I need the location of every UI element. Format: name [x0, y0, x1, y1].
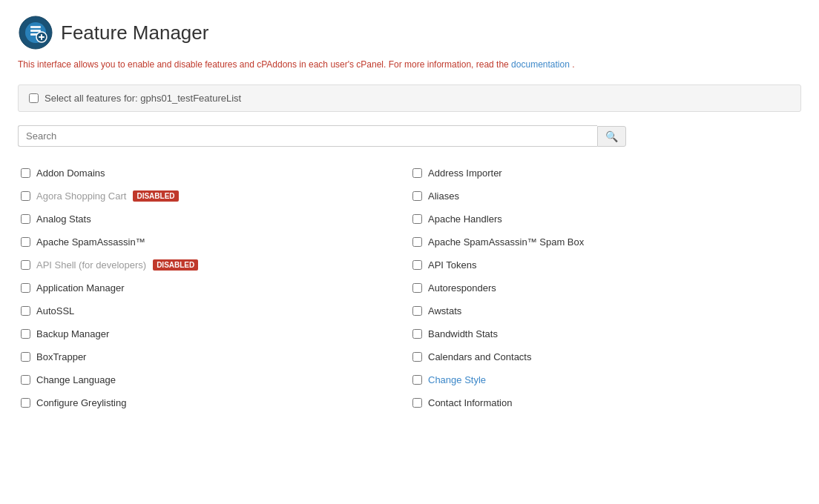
feature-label-change-style[interactable]: Change Style [428, 374, 486, 385]
feature-checkbox-autoresponders[interactable] [412, 283, 422, 293]
page-header: Feature Manager [18, 15, 801, 50]
documentation-link[interactable]: documentation [511, 59, 570, 70]
feature-item-right: Apache Handlers [410, 208, 801, 231]
feature-item: Configure Greylisting [18, 391, 410, 414]
feature-label-autossl: AutoSSL [36, 305, 74, 316]
feature-label-agora-shopping-cart: Agora Shopping Cart [36, 190, 126, 202]
feature-checkbox-awstats[interactable] [412, 306, 422, 316]
search-button[interactable]: 🔍 [597, 126, 626, 147]
feature-label-aliases: Aliases [428, 190, 459, 202]
feature-checkbox-apache-spamassassin[interactable] [21, 237, 30, 247]
feature-label-apache-spamassassin: Apache SpamAssassin™ [36, 236, 145, 248]
feature-label-awstats: Awstats [428, 305, 461, 316]
feature-checkbox-change-language[interactable] [21, 375, 30, 385]
feature-label-contact-information: Contact Information [428, 397, 512, 408]
feature-checkbox-api-shell[interactable] [21, 260, 30, 270]
feature-checkbox-analog-stats[interactable] [21, 214, 30, 224]
feature-label-calendars-and-contacts: Calendars and Contacts [428, 351, 531, 362]
feature-item-right: Contact Information [410, 391, 801, 414]
feature-checkbox-api-tokens[interactable] [412, 260, 422, 270]
feature-label-bandwidth-stats: Bandwidth Stats [428, 328, 498, 339]
feature-checkbox-apache-handlers[interactable] [412, 214, 422, 224]
feature-checkbox-agora-shopping-cart[interactable] [21, 191, 30, 201]
feature-item: Analog Stats [18, 208, 410, 231]
feature-checkbox-backup-manager[interactable] [21, 329, 30, 339]
feature-item: AutoSSL [18, 299, 410, 322]
feature-checkbox-bandwidth-stats[interactable] [412, 329, 422, 339]
feature-item: API Shell (for developers)Disabled [18, 253, 410, 276]
svg-rect-3 [30, 30, 41, 32]
select-all-checkbox[interactable] [29, 93, 39, 103]
feature-label-backup-manager: Backup Manager [36, 328, 109, 339]
feature-checkbox-contact-information[interactable] [412, 398, 422, 408]
feature-item: Change Language [18, 368, 410, 391]
feature-item: Backup Manager [18, 322, 410, 345]
page-title: Feature Manager [61, 21, 208, 44]
feature-checkbox-autossl[interactable] [21, 306, 30, 316]
feature-checkbox-configure-greylisting[interactable] [21, 398, 30, 408]
feature-checkbox-aliases[interactable] [412, 191, 422, 201]
feature-item-right: Awstats [410, 299, 801, 322]
feature-label-application-manager: Application Manager [36, 282, 125, 294]
feature-label-api-tokens: API Tokens [428, 259, 477, 271]
feature-item-right: API Tokens [410, 253, 801, 276]
feature-label-address-importer: Address Importer [428, 168, 502, 179]
feature-item-right: Apache SpamAssassin™ Spam Box [410, 231, 801, 253]
feature-label-autoresponders: Autoresponders [428, 282, 496, 294]
feature-label-apache-handlers: Apache Handlers [428, 213, 502, 225]
feature-checkbox-application-manager[interactable] [21, 283, 30, 293]
feature-label-change-language: Change Language [36, 374, 116, 385]
feature-checkbox-addon-domains[interactable] [21, 168, 30, 178]
feature-label-api-shell: API Shell (for developers) [36, 259, 146, 271]
feature-label-apache-spamassassin-spam-box: Apache SpamAssassin™ Spam Box [428, 236, 584, 248]
feature-item: Agora Shopping CartDisabled [18, 185, 410, 208]
disabled-badge-api-shell: Disabled [153, 259, 198, 271]
search-bar: 🔍 [18, 125, 626, 147]
feature-item-right: Change Style [410, 368, 801, 391]
feature-label-configure-greylisting: Configure Greylisting [36, 397, 126, 408]
feature-item-right: Autoresponders [410, 276, 801, 299]
description-text-after: . [572, 59, 574, 70]
select-all-label[interactable]: Select all features for: gphs01_testFeat… [29, 93, 241, 104]
feature-item-right: Aliases [410, 185, 801, 208]
feature-item-right: Address Importer [410, 162, 801, 185]
feature-label-analog-stats: Analog Stats [36, 213, 91, 225]
feature-item: Application Manager [18, 276, 410, 299]
feature-item-right: Bandwidth Stats [410, 322, 801, 345]
description: This interface allows you to enable and … [18, 58, 801, 71]
feature-manager-icon [18, 15, 53, 50]
select-all-bar: Select all features for: gphs01_testFeat… [18, 84, 801, 112]
feature-checkbox-apache-spamassassin-spam-box[interactable] [412, 237, 422, 247]
feature-item-right: Calendars and Contacts [410, 345, 801, 368]
feature-item: BoxTrapper [18, 345, 410, 368]
search-input[interactable] [18, 125, 597, 147]
feature-item: Apache SpamAssassin™ [18, 231, 410, 253]
features-grid: Addon DomainsAddress ImporterAgora Shopp… [18, 162, 801, 414]
feature-checkbox-boxtrapper[interactable] [21, 352, 30, 362]
svg-rect-7 [39, 36, 45, 38]
feature-item: Addon Domains [18, 162, 410, 185]
feature-checkbox-change-style[interactable] [412, 375, 422, 385]
description-text-before: This interface allows you to enable and … [18, 59, 511, 70]
disabled-badge-agora-shopping-cart: Disabled [133, 190, 178, 202]
feature-label-boxtrapper: BoxTrapper [36, 351, 86, 362]
feature-checkbox-calendars-and-contacts[interactable] [412, 352, 422, 362]
select-all-text: Select all features for: gphs01_testFeat… [45, 93, 241, 104]
feature-checkbox-address-importer[interactable] [412, 168, 422, 178]
svg-rect-2 [30, 26, 41, 28]
feature-label-addon-domains: Addon Domains [36, 168, 105, 179]
